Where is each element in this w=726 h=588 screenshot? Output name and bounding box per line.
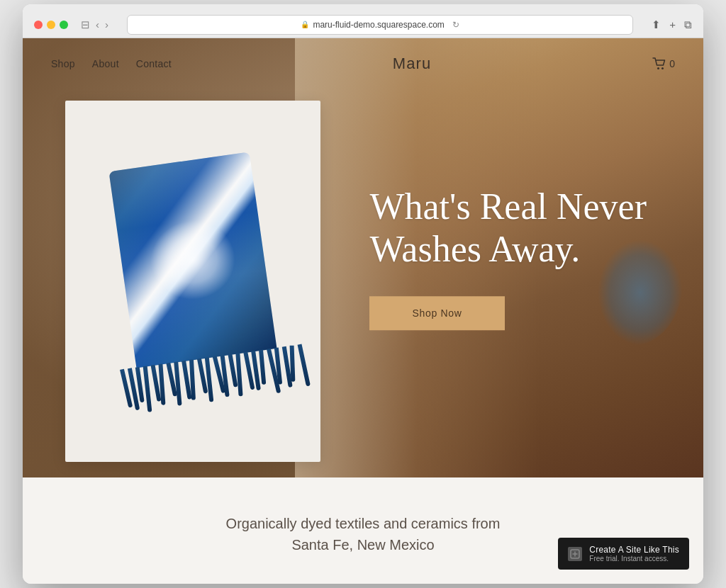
browser-chrome: ⊟ ‹ › 🔒 maru-fluid-demo.squarespace.com …	[23, 4, 703, 38]
sidebar-toggle-icon[interactable]: ⊟	[81, 18, 90, 31]
browser-actions: ⬆ + ⧉	[652, 18, 692, 31]
hero-section: Shop About Contact Maru 0	[23, 38, 703, 477]
cart-icon	[652, 57, 666, 70]
traffic-lights	[34, 21, 68, 29]
nav-about[interactable]: About	[92, 58, 119, 69]
minimize-button[interactable]	[47, 21, 55, 29]
below-hero-section: Organically dyed textiles and ceramics f…	[23, 477, 703, 584]
hero-headline: What's Real Never Washes Away.	[369, 186, 647, 271]
svg-point-1	[661, 67, 664, 69]
browser-controls: ⊟ ‹ ›	[81, 18, 108, 31]
maximize-button[interactable]	[60, 21, 68, 29]
new-tab-icon[interactable]: +	[669, 18, 676, 30]
badge-text: Create A Site Like This Free trial. Inst…	[589, 545, 679, 562]
cart-count: 0	[669, 58, 675, 69]
nav-shop[interactable]: Shop	[51, 58, 75, 69]
nav-right: 0	[652, 57, 675, 70]
squarespace-logo	[568, 547, 582, 561]
back-icon[interactable]: ‹	[96, 18, 99, 30]
lock-icon: 🔒	[301, 21, 309, 28]
badge-sub-text: Free trial. Instant access.	[589, 555, 679, 562]
close-button[interactable]	[34, 21, 43, 29]
below-hero-text: Organically dyed textiles and ceramics f…	[186, 513, 540, 555]
badge-main-text: Create A Site Like This	[589, 545, 679, 555]
nav-contact[interactable]: Contact	[136, 58, 172, 69]
address-bar[interactable]: 🔒 maru-fluid-demo.squarespace.com ↻	[127, 15, 633, 35]
shop-now-button[interactable]: Shop Now	[369, 296, 504, 330]
nav-center: Maru	[172, 55, 652, 73]
navigation: Shop About Contact Maru 0	[23, 38, 703, 89]
squarespace-badge[interactable]: Create A Site Like This Free trial. Inst…	[558, 538, 689, 570]
forward-icon[interactable]: ›	[105, 18, 108, 30]
site-title: Maru	[393, 55, 432, 73]
reload-icon[interactable]: ↻	[452, 20, 459, 30]
tabs-icon[interactable]: ⧉	[684, 18, 692, 31]
browser-window: ⊟ ‹ › 🔒 maru-fluid-demo.squarespace.com …	[23, 4, 703, 584]
hero-text: What's Real Never Washes Away. Shop Now	[369, 186, 647, 330]
url-text: maru-fluid-demo.squarespace.com	[313, 20, 444, 30]
site-wrapper: Shop About Contact Maru 0	[23, 38, 703, 584]
share-icon[interactable]: ⬆	[652, 18, 661, 31]
svg-point-0	[657, 67, 659, 69]
nav-left: Shop About Contact	[51, 58, 172, 69]
scarf-body	[108, 152, 277, 368]
scarf-image	[108, 147, 278, 416]
product-card[interactable]	[65, 101, 320, 462]
cart-button[interactable]: 0	[652, 57, 675, 70]
